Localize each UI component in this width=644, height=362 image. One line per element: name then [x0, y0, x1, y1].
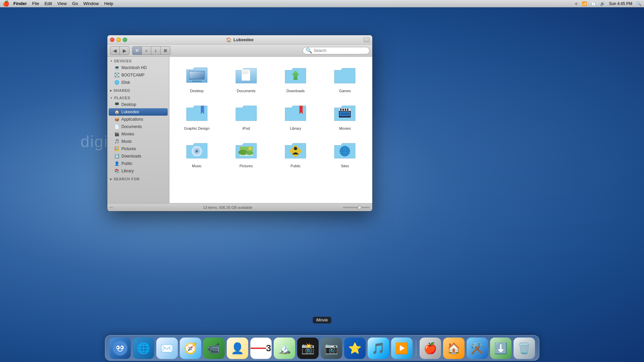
- folder-library-label: Library: [290, 126, 301, 130]
- apple-menu[interactable]: 🍎: [3, 0, 9, 7]
- dock-item-house[interactable]: 🏠: [443, 338, 465, 359]
- folder-music[interactable]: ♪ Music: [175, 137, 219, 169]
- sidebar-item-downloads[interactable]: ⬇️ Downloads: [107, 153, 169, 160]
- sidebar-item-idisk[interactable]: 🌐 iDisk: [107, 79, 169, 86]
- dock-item-finder[interactable]: [109, 338, 131, 359]
- folder-desktop-label: Desktop: [190, 89, 203, 93]
- sidebar: ▼ DEVICES 💻 Macintosh HD 💽 BOOTCAMP 🌐 iD…: [107, 57, 169, 203]
- dock-item-safari[interactable]: 🧭: [180, 338, 201, 359]
- folder-documents[interactable]: Documents: [224, 62, 268, 94]
- folder-library[interactable]: Library: [274, 100, 318, 132]
- svg-rect-13: [340, 109, 342, 111]
- sidebar-section-shared: ▶ SHARED: [107, 87, 169, 94]
- public-icon: 👤: [114, 161, 119, 166]
- svg-rect-3: [192, 81, 202, 82]
- view-icon-button[interactable]: ⊞: [132, 47, 142, 55]
- maximize-button[interactable]: [123, 38, 127, 42]
- menubar-search-icon[interactable]: 🔍: [636, 1, 641, 6]
- menu-view[interactable]: View: [57, 1, 67, 6]
- menubar-wifi-icon[interactable]: 📶: [582, 1, 587, 6]
- dock-item-xcode[interactable]: ⚒️: [467, 338, 488, 359]
- dock-item-screenshot[interactable]: 📷: [321, 338, 342, 359]
- dock-item-network[interactable]: 🌐: [133, 338, 154, 359]
- idisk-icon: 🌐: [114, 80, 119, 85]
- xcode-icon: ⚒️: [467, 338, 488, 359]
- folder-ipod[interactable]: iPod: [224, 100, 268, 132]
- dock-separator: [416, 340, 416, 356]
- sidebar-item-pictures[interactable]: 🖼️ Pictures: [107, 145, 169, 153]
- menu-finder[interactable]: Finder: [13, 1, 27, 6]
- desktop-icon: 🖥️: [114, 102, 119, 107]
- sidebar-item-bootcamp[interactable]: 💽 BOOTCAMP: [107, 71, 169, 79]
- folder-pictures[interactable]: Pictures: [224, 137, 268, 169]
- zoom-button[interactable]: [364, 38, 370, 42]
- folder-desktop[interactable]: Desktop: [175, 62, 219, 94]
- menu-go[interactable]: Go: [72, 1, 78, 6]
- sidebar-item-desktop[interactable]: 🖥️ Desktop: [107, 101, 169, 108]
- menu-file[interactable]: File: [32, 1, 39, 6]
- dock-item-apple-store[interactable]: 🍎: [420, 338, 441, 359]
- dock-item-itunes[interactable]: 🎵: [368, 338, 389, 359]
- menu-help[interactable]: Help: [104, 1, 113, 6]
- sidebar-item-library[interactable]: 📚 Library: [107, 167, 169, 175]
- dock-item-address[interactable]: 👤: [227, 338, 248, 359]
- view-coverflow-button[interactable]: ▦: [161, 47, 170, 55]
- search-box[interactable]: 🔍: [303, 47, 370, 54]
- menubar-volume-icon[interactable]: 🔊: [600, 1, 605, 6]
- sidebar-item-documents[interactable]: 📄 Documents: [107, 123, 169, 130]
- dock-item-facetime[interactable]: 📹: [203, 338, 225, 359]
- dock: 🌐 ✉️ 🧭 📹 👤 3: [105, 335, 539, 361]
- folder-pictures-icon: [233, 138, 260, 162]
- folder-sites[interactable]: Sites: [323, 137, 367, 169]
- nav-buttons: ◀ ▶: [110, 46, 129, 55]
- menu-edit[interactable]: Edit: [45, 1, 52, 6]
- svg-text:♪: ♪: [195, 148, 197, 154]
- forward-button[interactable]: ▶: [120, 47, 129, 55]
- folder-movies[interactable]: Movies: [323, 100, 367, 132]
- network-icon: 🌐: [133, 338, 154, 359]
- folder-movies-icon: [331, 101, 358, 124]
- sidebar-item-public[interactable]: 👤 Public: [107, 160, 169, 167]
- close-button[interactable]: [110, 38, 114, 42]
- folder-music-icon: ♪: [183, 138, 210, 162]
- window-title: 🏠 Lukeedee: [226, 37, 254, 42]
- folder-downloads[interactable]: Downloads: [274, 62, 318, 94]
- back-button[interactable]: ◀: [110, 47, 120, 55]
- search-input[interactable]: [314, 48, 367, 53]
- folder-public[interactable]: Public: [274, 137, 318, 169]
- folder-desktop-icon: [183, 63, 210, 87]
- finder-window: 🏠 Lukeedee ◀ ▶ ⊞ ≡ ⫿ ▦ 🔍 ▼: [107, 35, 372, 211]
- svg-rect-14: [343, 109, 344, 111]
- dock-item-trash[interactable]: 🗑️: [514, 338, 535, 359]
- dock-item-ical[interactable]: 3: [250, 338, 272, 359]
- house-icon: 🏠: [443, 338, 465, 359]
- folder-graphic-design[interactable]: Graphic Design: [175, 100, 219, 132]
- dock-item-photobooth[interactable]: 📸: [297, 338, 319, 359]
- dock-item-iphoto[interactable]: 🏔️: [274, 338, 295, 359]
- bootcamp-icon: 💽: [114, 72, 119, 78]
- slider-thumb[interactable]: [358, 205, 362, 209]
- svg-point-36: [113, 341, 127, 356]
- minimize-button[interactable]: [116, 38, 121, 42]
- sidebar-item-applications[interactable]: 📦 Applications: [107, 116, 169, 123]
- dock-item-imovie[interactable]: ⭐ iMovie: [344, 338, 366, 359]
- address-book-icon: 👤: [227, 338, 248, 359]
- triangle-search-icon: ▶: [110, 178, 112, 181]
- dock-item-quicktime[interactable]: ▶️: [391, 338, 413, 359]
- view-list-button[interactable]: ≡: [142, 47, 151, 55]
- music-icon: 🎵: [114, 139, 119, 144]
- menubar-clock-icon: 🕐: [591, 1, 596, 6]
- size-slider[interactable]: [343, 207, 370, 208]
- sidebar-item-lukeedee[interactable]: 🏠 Lukeedee: [109, 108, 168, 116]
- dock-item-downloads-dock[interactable]: ⬇️: [490, 338, 512, 359]
- dock-container: 🌐 ✉️ 🧭 📹 👤 3: [0, 335, 644, 362]
- menu-window[interactable]: Window: [83, 1, 99, 6]
- folder-sites-icon: [331, 138, 358, 162]
- folder-games[interactable]: Games: [323, 62, 367, 94]
- sidebar-item-movies[interactable]: 🎬 Movies: [107, 130, 169, 138]
- sidebar-item-macintosh-hd[interactable]: 💻 Macintosh HD: [107, 64, 169, 71]
- dock-item-mail[interactable]: ✉️: [156, 338, 178, 359]
- view-column-button[interactable]: ⫿: [151, 47, 161, 55]
- sidebar-item-music[interactable]: 🎵 Music: [107, 138, 169, 145]
- quicktime-icon: ▶️: [391, 338, 413, 359]
